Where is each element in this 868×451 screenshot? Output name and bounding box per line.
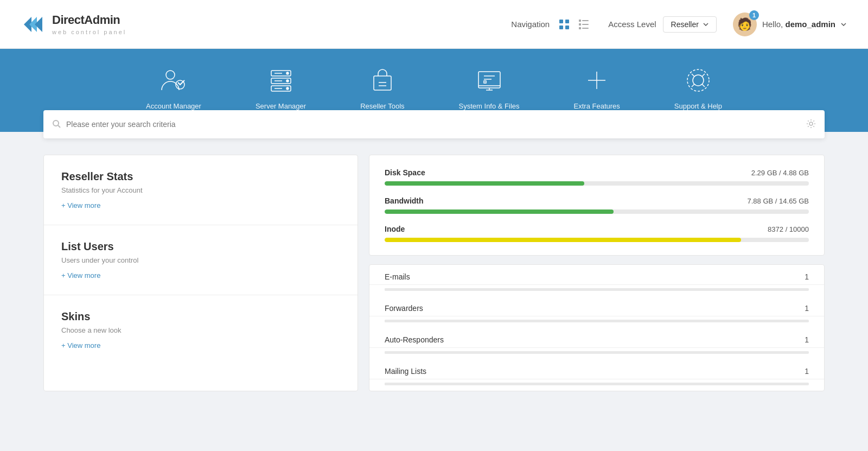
logo-area: DirectAdmin web control panel <box>22 12 126 36</box>
banner-item-server-manager[interactable]: Server Manager <box>256 65 306 110</box>
mailing-lists-stat-row: Mailing Lists 1 <box>369 359 824 385</box>
forwarders-count: 1 <box>805 304 809 313</box>
skins-title: Skins <box>61 310 340 323</box>
forwarders-progress-fill <box>385 320 406 322</box>
svg-line-38 <box>692 74 694 77</box>
svg-rect-12 <box>582 28 589 29</box>
inode-progress-fill <box>385 238 741 242</box>
list-users-view-more[interactable]: + View more <box>61 271 100 280</box>
grid-view-button[interactable] <box>556 16 572 33</box>
svg-rect-9 <box>579 27 581 29</box>
disk-space-progress-bg <box>385 181 809 186</box>
settings-icon[interactable] <box>806 119 816 130</box>
greeting-prefix: Hello, <box>762 20 786 29</box>
reseller-stats-view-more[interactable]: + View more <box>61 201 100 209</box>
mailing-lists-count: 1 <box>805 367 809 376</box>
access-level-value: Reseller <box>671 20 699 29</box>
support-help-icon <box>683 65 713 96</box>
bandwidth-progress-fill <box>385 209 614 214</box>
disk-space-progress-fill <box>385 181 584 186</box>
search-container <box>43 110 825 138</box>
svg-line-41 <box>702 84 705 87</box>
svg-rect-3 <box>559 20 563 23</box>
nav-icons <box>556 16 592 33</box>
autoresponders-stat-row: Auto-Responders 1 <box>369 328 824 354</box>
disk-space-value: 2.29 GB / 4.88 GB <box>751 169 809 177</box>
autoresponders-count: 1 <box>805 335 809 344</box>
forwarders-progress-bg <box>385 320 809 322</box>
search-icon <box>52 119 61 130</box>
logo-title: DirectAdmin <box>52 13 126 27</box>
inode-progress-bg <box>385 238 809 242</box>
reseller-tools-icon <box>367 65 398 96</box>
search-wrapper <box>43 121 825 149</box>
skins-view-more[interactable]: + View more <box>61 341 100 350</box>
access-level-label: Access Level <box>608 20 656 29</box>
svg-rect-6 <box>565 26 569 29</box>
skins-section: Skins Choose a new look + View more <box>44 295 358 365</box>
svg-point-13 <box>166 71 175 79</box>
server-manager-icon <box>266 65 296 96</box>
user-section[interactable]: 🧑 1 Hello, demo_admin <box>733 12 846 36</box>
user-chevron-icon <box>841 23 846 26</box>
banner-item-system-info[interactable]: System Info & Files <box>459 65 520 110</box>
autoresponders-progress-bg <box>385 351 809 354</box>
mailing-lists-progress-bg <box>385 383 809 385</box>
inode-stat: Inode 8372 / 10000 <box>385 225 809 242</box>
right-panel: Disk Space 2.29 GB / 4.88 GB Bandwidth 7… <box>369 155 825 391</box>
autoresponders-label: Auto-Responders <box>385 335 444 344</box>
svg-rect-33 <box>484 81 486 83</box>
extra-features-label: Extra Features <box>574 102 620 110</box>
svg-point-19 <box>286 80 289 82</box>
disk-space-stat: Disk Space 2.29 GB / 4.88 GB <box>385 168 809 186</box>
user-greeting: Hello, demo_admin <box>762 20 835 29</box>
search-inner <box>43 110 825 138</box>
reseller-stats-title: Reseller Stats <box>61 170 340 183</box>
account-manager-label: Account Manager <box>146 102 201 110</box>
svg-rect-7 <box>579 20 581 22</box>
email-progress-fill <box>385 288 406 291</box>
svg-line-39 <box>702 74 705 77</box>
reseller-stats-section: Reseller Stats Statistics for your Accou… <box>44 155 358 225</box>
svg-rect-8 <box>579 23 581 26</box>
banner-item-account-manager[interactable]: Account Manager <box>146 65 201 110</box>
access-level-section: Access Level Reseller <box>608 16 717 33</box>
list-view-button[interactable] <box>576 16 592 33</box>
skins-description: Choose a new look <box>61 326 340 334</box>
main-content: Reseller Stats Statistics for your Accou… <box>43 155 825 391</box>
inode-label: Inode <box>385 225 405 233</box>
system-info-icon <box>474 65 505 96</box>
reseller-stats-description: Statistics for your Account <box>61 186 340 194</box>
header: DirectAdmin web control panel Navigation <box>0 0 868 49</box>
banner-item-reseller-tools[interactable]: Reseller Tools <box>360 65 404 110</box>
user-badge: 1 <box>749 10 759 20</box>
count-stats-card: E-mails 1 Forwarders 1 Auto-Responde <box>369 264 825 391</box>
left-panel: Reseller Stats Statistics for your Accou… <box>43 155 358 391</box>
svg-rect-4 <box>565 20 569 23</box>
bandwidth-value: 7.88 GB / 14.65 GB <box>748 197 809 205</box>
email-count: 1 <box>805 272 809 281</box>
banner-item-extra-features[interactable]: Extra Features <box>574 65 620 110</box>
logo-subtitle: web control panel <box>52 29 126 35</box>
reseller-tools-label: Reseller Tools <box>360 102 404 110</box>
navigation-label: Navigation <box>511 20 550 29</box>
disk-space-label: Disk Space <box>385 168 425 177</box>
svg-point-18 <box>286 72 289 74</box>
banner-item-support-help[interactable]: Support & Help <box>674 65 722 110</box>
system-info-label: System Info & Files <box>459 102 520 110</box>
svg-line-43 <box>58 125 60 128</box>
mailing-lists-label: Mailing Lists <box>385 367 426 376</box>
svg-point-42 <box>53 120 59 126</box>
bandwidth-stat: Bandwidth 7.88 GB / 14.65 GB <box>385 196 809 214</box>
extra-features-icon <box>582 65 612 96</box>
inode-value: 8372 / 10000 <box>768 225 809 233</box>
bandwidth-label: Bandwidth <box>385 196 424 205</box>
support-help-label: Support & Help <box>674 102 722 110</box>
server-manager-label: Server Manager <box>256 102 306 110</box>
forwarders-label: Forwarders <box>385 304 423 313</box>
search-input[interactable] <box>66 120 806 129</box>
bandwidth-progress-bg <box>385 209 809 214</box>
svg-rect-10 <box>582 20 589 21</box>
access-level-dropdown[interactable]: Reseller <box>663 16 717 33</box>
header-right: Navigation <box>511 12 846 36</box>
